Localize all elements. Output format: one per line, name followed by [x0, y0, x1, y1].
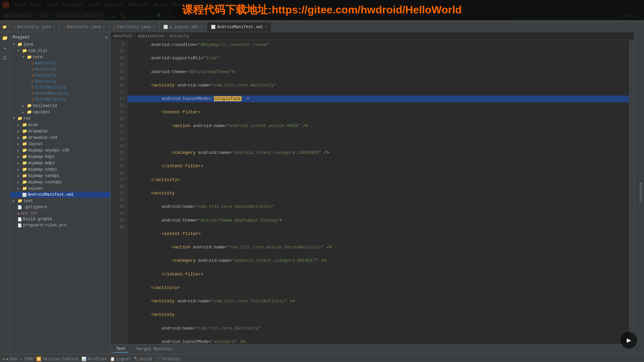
iml-icon: ◆ [17, 211, 20, 216]
app-module-dropdown[interactable]: app ▾ [36, 12, 52, 20]
git-actions-button[interactable]: ↓↑ [633, 11, 643, 21]
build-btn[interactable]: 🔨 Build [133, 357, 152, 362]
tree-item-appiml[interactable]: ◆ app.iml [10, 210, 110, 216]
tree-item-secondactivity[interactable]: C SecondActivity [10, 90, 110, 97]
code-editor[interactable]: android:roundIcon="@mipmap/ic_launcher_r… [127, 40, 629, 344]
tree-label: Aactivity [35, 61, 57, 66]
tree-item-res[interactable]: ▼ 📁 res [10, 115, 110, 122]
tab-cactivity-close[interactable]: × [153, 25, 155, 29]
todo-btn[interactable]: ✓ TODO [20, 357, 34, 362]
tab-aactivity-label: Aactivity.java [17, 25, 51, 29]
tree-item-xgvideo[interactable]: ▶ 📁 xgvideo [10, 109, 110, 115]
version-control-btn[interactable]: 🔀 Version Control [36, 357, 79, 362]
menu-tools[interactable]: Tools [183, 1, 202, 9]
tree-item-drawable-v24[interactable]: ▶ 📁 drawable-v24 [10, 134, 110, 141]
folder-icon: 📁 [27, 103, 32, 108]
tree-item-layout[interactable]: ▶ 📁 layout [10, 141, 110, 147]
tree-item-anim[interactable]: ▶ 📁 anim [10, 122, 110, 128]
menu-code[interactable]: Code [86, 1, 102, 9]
tree-item-thirdactivity[interactable]: C ThirdActivity [10, 97, 110, 103]
tree-item-proguard[interactable]: 📄 proguard-rules.pro [10, 222, 110, 228]
tree-item-test[interactable]: ▶ 📁 test [10, 198, 110, 204]
logcat-btn[interactable]: 📋 Logcat [110, 357, 131, 362]
tree-item-mipmap-xhdpi[interactable]: ▶ 📁 mipmap-xhdpi [10, 166, 110, 173]
terminal-btn[interactable]: ⬛ Terminal [155, 357, 180, 362]
run-button[interactable]: ▶ [109, 11, 118, 21]
tree-item-values[interactable]: ▶ 📁 values [10, 185, 110, 192]
profiler-btn[interactable]: 📊 Profiler [82, 357, 107, 362]
menu-edit[interactable]: Edit [28, 1, 44, 9]
tree-item-mipmap-anydpi[interactable]: ▶ 📁 mipmap-anydpi-v26 [10, 147, 110, 154]
tab-bactivity-close[interactable]: × [103, 25, 105, 29]
tree-item-bactivity[interactable]: C Bactivity [10, 66, 110, 72]
project-panel-icon[interactable]: 📁 [1, 34, 9, 42]
code-container[interactable]: 9 10 11 12 13 14 15 16 17 18 19 20 21 22… [111, 40, 634, 344]
menu-run[interactable]: Run [170, 1, 183, 9]
tree-item-mipmap-xxxhdpi[interactable]: ▶ 📁 mipmap-xxxhdpi [10, 179, 110, 185]
play-overlay-button[interactable]: ▶ [621, 332, 637, 349]
tree-item-mipmap-xxhdpi[interactable]: ▶ 📁 mipmap-xxhdpi [10, 173, 110, 179]
menu-navigate[interactable]: Navigate [60, 1, 86, 9]
menu-file[interactable]: File [12, 1, 28, 9]
menu-analyze[interactable]: Analyze [102, 1, 125, 9]
menu-refactor[interactable]: Refactor [125, 1, 152, 9]
favorites-icon[interactable]: ★ [1, 44, 9, 52]
tree-item-mipmap-hdpi[interactable]: ▶ 📁 mipmap-hdpi [10, 154, 110, 160]
tree-item-dactivity[interactable]: C Dactivity [10, 78, 110, 84]
left-panel-icons: 📁 ★ ☰ [0, 32, 10, 354]
tree-item-androidmanifest[interactable]: ⬜ AndroidManifest.xml [10, 192, 110, 198]
tree-item-drawable[interactable]: ▶ 📁 drawable [10, 128, 110, 134]
debug-button[interactable]: 🐛 [119, 11, 128, 21]
xml-file-icon: ⬜ [163, 25, 168, 29]
tree-item-helloworld[interactable]: ▶ 📁 helloworld [10, 103, 110, 109]
code-line-13: android:launchMode="singleTask" > [127, 96, 629, 102]
search-button[interactable]: 🔍 [155, 11, 164, 21]
tab-layout[interactable]: ⬜ a_layout.xml × [159, 22, 207, 32]
settings-icon[interactable]: ⚙ [105, 35, 108, 40]
tree-item-firstactivity[interactable]: C FirstActivity [10, 84, 110, 90]
chevron-down-icon: ▾ [100, 13, 103, 18]
breadcrumb-application[interactable]: application [138, 34, 164, 39]
redo-button[interactable]: ↪ [142, 11, 151, 21]
project-dropdown[interactable]: HelloWorld ▾ [1, 12, 34, 20]
tab-bactivity[interactable]: ☕ Bactivity.java × [59, 22, 109, 32]
tree-label: mipmap-xxxhdpi [28, 180, 62, 185]
code-line-19: </activity> [130, 177, 626, 183]
structure-icon[interactable]: ☰ [1, 54, 9, 62]
menu-window[interactable]: Window [215, 1, 236, 9]
tree-item-comttit[interactable]: ▼ 📁 com.ttit [10, 48, 110, 54]
tab-aactivity-close[interactable]: × [53, 25, 55, 29]
code-line-17: <category android:name="android.intent.c… [130, 149, 626, 156]
menu-build[interactable]: Build [152, 1, 170, 9]
line-numbers: 9 10 11 12 13 14 15 16 17 18 19 20 21 22… [111, 40, 127, 344]
device-dropdown[interactable]: Pixel 3 XL API 29 ▾ [55, 12, 105, 20]
right-panel-favorites[interactable]: Favorites [637, 180, 644, 205]
tab-text[interactable]: Text [113, 346, 128, 353]
tab-manifest-close[interactable]: × [265, 25, 267, 29]
tab-aactivity[interactable]: ☕ Aactivity.java × [9, 22, 59, 32]
git-button[interactable]: Git: [623, 11, 633, 21]
tab-cactivity[interactable]: ☕ Cactivity.java × [109, 22, 159, 32]
run-bottom-btn[interactable]: ▶ ▶ Run [3, 357, 17, 362]
code-line-31: android:launchMode="standard" /> [130, 339, 626, 344]
project-tool-button[interactable]: 📁 [0, 22, 9, 32]
menu-vcs[interactable]: VCS [202, 1, 215, 9]
tree-item-java[interactable]: ▼ 📁 java [10, 41, 110, 48]
tree-item-gitignore[interactable]: 📄 .gitignore [10, 204, 110, 210]
tree-item-core[interactable]: ▼ 📁 core [10, 54, 110, 60]
tree-item-aactivity[interactable]: C Aactivity [10, 60, 110, 66]
menu-view[interactable]: View [44, 1, 59, 9]
settings-button[interactable]: ⚙ [165, 11, 174, 21]
breadcrumb-activity[interactable]: activity [169, 34, 189, 39]
tab-manifest[interactable]: ⬜ AndroidManifest.xml × [207, 22, 271, 32]
breadcrumb-manifest[interactable]: manifest [113, 34, 133, 39]
tab-merged-manifest[interactable]: Merged Manifest [134, 346, 175, 352]
menu-help[interactable]: Help [236, 1, 252, 9]
undo-button[interactable]: ↩ [132, 11, 141, 21]
tree-label: proguard-rules.pro [23, 223, 67, 228]
tab-layout-close[interactable]: × [201, 25, 203, 29]
tree-item-mipmap-mdpi[interactable]: ▶ 📁 mipmap-mdpi [10, 160, 110, 166]
tree-item-buildgradle[interactable]: 📄 build.gradle [10, 216, 110, 222]
folder-icon: 📁 [22, 186, 27, 191]
tree-item-cactivity[interactable]: C Cactivity [10, 72, 110, 78]
